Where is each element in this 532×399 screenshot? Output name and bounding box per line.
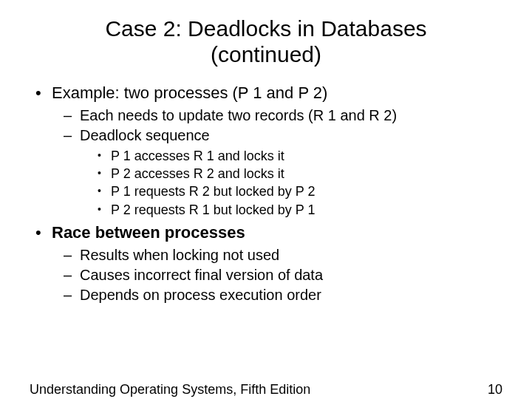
footer-source: Understanding Operating Systems, Fifth E… bbox=[30, 382, 310, 398]
bullet-2-sublist: Results when locking not used Causes inc… bbox=[64, 245, 502, 305]
title-line-2: (continued) bbox=[211, 42, 321, 66]
deadlock-step-3: P 1 requests R 2 but locked by P 2 bbox=[98, 183, 502, 200]
bullet-1-sub-1: Each needs to update two records (R 1 an… bbox=[64, 106, 502, 126]
deadlock-step-1: P 1 accesses R 1 and locks it bbox=[98, 147, 502, 165]
bullet-2-sub-2: Causes incorrect final version of data bbox=[64, 265, 502, 285]
bullet-1-text: Example: two processes (P 1 and P 2) bbox=[52, 83, 327, 102]
title-line-1: Case 2: Deadlocks in Databases bbox=[105, 16, 426, 41]
bullet-2-text: Race between processes bbox=[52, 223, 245, 242]
bullet-2-sub-3: Depends on process execution order bbox=[64, 285, 502, 305]
page-number: 10 bbox=[488, 382, 502, 398]
deadlock-step-4: P 2 requests R 1 but locked by P 1 bbox=[98, 201, 502, 219]
bullet-1-sub-2: Deadlock sequence P 1 accesses R 1 and l… bbox=[64, 126, 502, 219]
bullet-1: Example: two processes (P 1 and P 2) Eac… bbox=[30, 82, 502, 219]
bullet-1-sub-2-text: Deadlock sequence bbox=[80, 127, 210, 143]
bullet-list: Example: two processes (P 1 and P 2) Eac… bbox=[30, 82, 502, 305]
footer: Understanding Operating Systems, Fifth E… bbox=[30, 382, 502, 398]
deadlock-step-2: P 2 accesses R 2 and locks it bbox=[98, 165, 502, 183]
bullet-2-sub-1: Results when locking not used bbox=[64, 245, 502, 265]
slide: Case 2: Deadlocks in Databases (continue… bbox=[0, 16, 532, 399]
slide-body: Example: two processes (P 1 and P 2) Eac… bbox=[0, 82, 532, 305]
slide-title: Case 2: Deadlocks in Databases (continue… bbox=[0, 16, 532, 67]
bullet-2: Race between processes Results when lock… bbox=[30, 222, 502, 305]
bullet-1-sub-2-list: P 1 accesses R 1 and locks it P 2 access… bbox=[98, 147, 502, 219]
bullet-1-sublist: Each needs to update two records (R 1 an… bbox=[64, 106, 502, 219]
